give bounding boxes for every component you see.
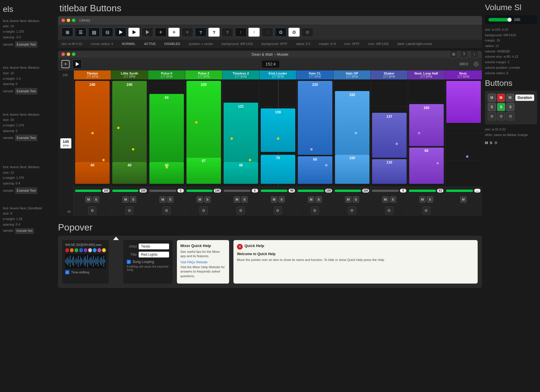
mixer-tl-red[interactable] — [61, 52, 65, 56]
track-col-nostloophalf[interactable]: 160 80 — [408, 79, 445, 187]
gear-button-1[interactable]: ⚙ — [488, 112, 496, 120]
track-header-nostloophalf[interactable]: Nost. Loop Half 177 BPM — [408, 70, 445, 79]
vol-littlesynth[interactable]: 100 — [111, 188, 148, 193]
tb-gear-btn-1[interactable]: ⚙ — [275, 28, 287, 37]
tb-grid-icon[interactable]: ⊞ — [61, 28, 73, 37]
slider-track-hatsop[interactable] — [335, 190, 361, 192]
dot-gray[interactable] — [88, 248, 92, 252]
s-button-3[interactable]: S — [506, 103, 514, 111]
m-button-2-red[interactable]: M — [497, 94, 505, 102]
song-looping-checkbox[interactable]: ✓ — [127, 260, 131, 264]
s-btn-kicklouder[interactable]: S — [278, 196, 285, 203]
slider-track-littlesynth[interactable] — [112, 190, 138, 192]
dot-cyan[interactable] — [93, 248, 97, 252]
vol-timeless2[interactable]: 0 — [222, 188, 260, 193]
loop-indicator[interactable] — [474, 62, 479, 66]
track-col-kicklouder[interactable]: 159 70 — [260, 79, 297, 187]
mixer-export-btn[interactable]: ↑ — [470, 51, 479, 58]
vol-slider-hatsop[interactable]: 100 — [335, 189, 369, 193]
tb-add-btn-1[interactable]: + — [155, 28, 166, 37]
track-col-pulse0[interactable]: 93 40 — [148, 79, 185, 187]
m-btn-nostloophalf[interactable]: M — [419, 196, 426, 203]
gear-hatsop[interactable]: ⚙ — [348, 206, 356, 215]
mixer-help-btn[interactable]: ? — [460, 51, 468, 58]
vol-slider-pulse2[interactable]: 100 — [186, 189, 221, 193]
track-col-nost2[interactable] — [445, 79, 482, 187]
track-header-hatscl[interactable]: Hats CL 177 BPM — [296, 70, 334, 79]
dot-green[interactable] — [75, 248, 78, 252]
slider-track-pulse2[interactable] — [186, 190, 213, 192]
slider-track-kicklouder[interactable] — [261, 190, 288, 192]
slider-track-hatscl[interactable] — [298, 190, 324, 192]
vol-nost2[interactable]: ... — [445, 188, 482, 193]
m-btn-tibetan[interactable]: M — [85, 196, 92, 203]
gear-pulse0[interactable]: ⚙ — [162, 206, 171, 215]
gear-tibetan[interactable]: ⚙ — [88, 206, 96, 215]
tb-gear-btn-2[interactable]: ⚙ — [288, 28, 300, 37]
vol-slider-hatscl[interactable]: 100 — [298, 189, 332, 193]
slider-track-tibetan[interactable] — [75, 190, 101, 192]
vol-slider-pulse0[interactable]: 0 — [149, 189, 184, 193]
s-btn-nostloophalf[interactable]: S — [427, 196, 433, 203]
s-btn-hatsop[interactable]: S — [353, 196, 359, 203]
volume-slider-preview[interactable] — [488, 18, 512, 21]
mixer-tl-yellow[interactable] — [67, 52, 70, 56]
track-header-nost[interactable]: Nost. 177 BPM — [445, 70, 482, 79]
slider-track-timeless2[interactable] — [224, 190, 251, 192]
vol-kicklouder[interactable]: 90 — [260, 188, 297, 193]
mixer-tl-green[interactable] — [72, 52, 75, 56]
track-header-timeless2[interactable]: Timeless 2 177 BPM — [222, 70, 260, 79]
traffic-light-red[interactable] — [61, 19, 65, 22]
vol-slider-timeless2[interactable]: 0 — [224, 189, 258, 193]
tb-help-btn-1[interactable]: ? — [195, 28, 206, 37]
track-col-pulse2[interactable]: 220 87 — [185, 79, 222, 187]
dot-pink[interactable] — [97, 248, 101, 252]
m-btn-shaker[interactable]: M — [382, 196, 389, 203]
tb-play-disabled-btn[interactable] — [142, 28, 153, 37]
m-btn-nost2[interactable]: M — [460, 196, 467, 203]
volume-slider-thumb[interactable] — [508, 18, 512, 22]
vol-slider-kicklouder[interactable]: 90 — [261, 189, 295, 193]
vol-shaker[interactable]: 0 — [371, 188, 408, 193]
slider-track-pulse0[interactable] — [149, 190, 176, 192]
s-btn-tibetan[interactable]: S — [93, 196, 99, 203]
s-btn-timeless2[interactable]: S — [241, 196, 248, 203]
s-button-1[interactable]: S — [488, 103, 496, 111]
tb-list-icon[interactable]: ☰ — [75, 28, 86, 37]
gear-nostloophalf[interactable]: ⚙ — [422, 206, 430, 215]
vol-slider-nost2[interactable]: ... — [446, 189, 481, 193]
track-col-tibetan[interactable]: 240 40 — [74, 79, 111, 187]
gear-shaker[interactable]: ⚙ — [385, 206, 393, 215]
traffic-light-yellow[interactable] — [67, 19, 70, 22]
vol-slider-tibetan[interactable]: 100 — [75, 189, 110, 193]
title-input[interactable]: Red Lights — [139, 252, 169, 257]
tb-add-btn-2[interactable]: + — [168, 28, 180, 37]
m-btn-pulse0[interactable]: M — [160, 196, 166, 203]
track-header-tibetan[interactable]: Tibetan 177 BPM — [74, 70, 111, 79]
tb-add-btn-3[interactable]: + — [182, 28, 193, 37]
gear-button-3[interactable]: ⚙ — [506, 112, 514, 120]
track-header-shaker[interactable]: Shaker 177 BPM — [371, 70, 408, 79]
s-button-2-green[interactable]: S — [497, 103, 505, 111]
track-header-littlesynth[interactable]: Little Synth 177 BPM — [111, 70, 148, 79]
track-col-hatscl[interactable]: 220 60 — [297, 79, 334, 187]
vol-pulse2[interactable]: 100 — [185, 188, 222, 193]
s-btn-littlesynth[interactable]: S — [130, 196, 136, 203]
tb-upload-btn-1[interactable]: ↑ — [235, 28, 247, 37]
track-col-timeless2[interactable]: 121 46 — [222, 79, 260, 187]
time-shift-checkbox[interactable]: ✓ — [65, 270, 69, 274]
tb-play-active-btn[interactable] — [128, 28, 140, 37]
tb-play-btn[interactable] — [115, 28, 126, 37]
tb-thumb-icon[interactable]: ⊟ — [102, 28, 113, 37]
dot-purple[interactable] — [84, 248, 88, 252]
gear-littlesynth[interactable]: ⚙ — [125, 206, 133, 215]
vol-slider-nostloophalf[interactable]: 63 — [409, 189, 443, 193]
m-btn-timeless2[interactable]: M — [234, 196, 240, 203]
m-button-1[interactable]: M — [488, 94, 496, 102]
tb-detail-icon[interactable]: ▤ — [88, 28, 100, 37]
tb-upload-btn-3[interactable]: ↑ — [262, 28, 273, 37]
slider-track-nostloophalf[interactable] — [409, 190, 436, 192]
track-col-hatsop[interactable]: 182 100 — [334, 79, 371, 187]
m-btn-kicklouder[interactable]: M — [271, 196, 277, 203]
s-btn-hatscl[interactable]: S — [316, 196, 322, 203]
